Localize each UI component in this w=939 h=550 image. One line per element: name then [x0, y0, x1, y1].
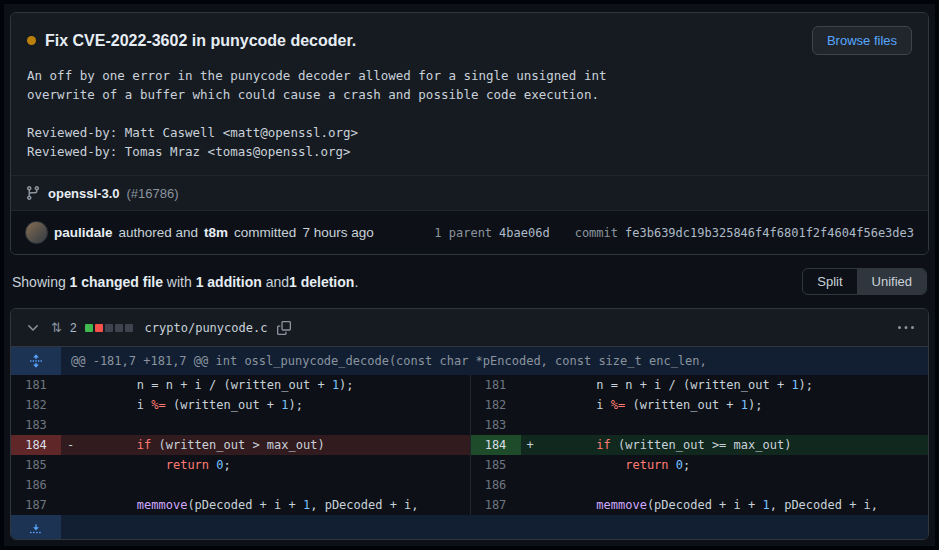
line-number[interactable]: 187 — [11, 495, 61, 515]
diff-toolbar: Showing 1 changed file with 1 addition a… — [12, 268, 927, 295]
line-number[interactable]: 182 — [11, 395, 61, 415]
code-line: memmove(pDecoded + i + 1, pDecoded + i, — [521, 495, 929, 515]
line-number[interactable]: 184 — [471, 435, 521, 455]
diff-row: 187 memmove(pDecoded + i + 1, pDecoded +… — [11, 495, 928, 515]
code-line: i %= (written_out + 1); — [61, 395, 470, 415]
unfold-icon — [29, 354, 43, 368]
hunk-header-text: @@ -181,7 +181,7 @@ int ossl_punycode_de… — [61, 347, 707, 375]
code-line: memmove(pDecoded + i + 1, pDecoded + i, — [61, 495, 470, 515]
commit-sha: fe3b639dc19b325846f4f6801f2f4604f56e3de3 — [625, 226, 914, 240]
code-line: return 0; — [521, 455, 929, 475]
with-text: with — [167, 274, 192, 290]
commit-message-line — [27, 104, 912, 123]
commit-head: Fix CVE-2022-3602 in punycode decoder. B… — [11, 13, 928, 175]
commit-status-dot — [27, 36, 36, 45]
parent-sha-link[interactable]: 4bae06d — [499, 226, 550, 240]
diff-marker: + — [521, 435, 539, 455]
line-number[interactable]: 187 — [471, 495, 521, 515]
line-number[interactable]: 186 — [11, 475, 61, 495]
code-line — [521, 415, 929, 435]
diffstat-square — [85, 324, 93, 332]
commit-message-line: Reviewed-by: Tomas Mraz <tomas@openssl.o… — [27, 142, 912, 161]
commit-box: Fix CVE-2022-3602 in punycode decoder. B… — [10, 12, 929, 255]
code-line: i %= (written_out + 1); — [521, 395, 929, 415]
code-line: - if (written_out > max_out) — [61, 435, 470, 455]
expand-hunk-button[interactable] — [11, 347, 61, 375]
hunk-header-row: @@ -181,7 +181,7 @@ int ossl_punycode_de… — [11, 347, 928, 375]
diffstat-square — [105, 324, 113, 332]
fold-down-icon — [29, 520, 43, 534]
line-number[interactable]: 186 — [471, 475, 521, 495]
commit-title: Fix CVE-2022-3602 in punycode decoder. — [45, 32, 356, 50]
commit-message-line: Reviewed-by: Matt Caswell <matt@openssl.… — [27, 123, 912, 142]
pr-reference: (#16786) — [127, 186, 179, 201]
code-line: return 0; — [61, 455, 470, 475]
code-line — [61, 475, 470, 495]
split-view-button[interactable]: Split — [803, 269, 856, 294]
code-line — [521, 475, 929, 495]
committer-link[interactable]: t8m — [204, 225, 228, 240]
line-number[interactable]: 182 — [471, 395, 521, 415]
code-line: + if (written_out >= max_out) — [521, 435, 929, 455]
diff-row: 181 n = n + i / (written_out + 1);181 n … — [11, 375, 928, 395]
expand-down-row — [11, 515, 928, 539]
parent-label: 1 parent — [434, 226, 492, 240]
diff-table: 181 n = n + i / (written_out + 1);181 n … — [11, 375, 928, 515]
code-line: n = n + i / (written_out + 1); — [521, 375, 929, 395]
line-number[interactable]: 185 — [11, 455, 61, 475]
line-number[interactable]: 183 — [471, 415, 521, 435]
and-text: and — [266, 274, 289, 290]
line-number[interactable]: 185 — [471, 455, 521, 475]
line-number[interactable]: 181 — [471, 375, 521, 395]
line-number[interactable]: 183 — [11, 415, 61, 435]
deletion-count: 1 deletion — [289, 274, 354, 290]
commit-message-line: overwrite of a buffer which could cause … — [27, 85, 912, 104]
diff-view-toggle: Split Unified — [802, 268, 927, 295]
diffstat-squares — [85, 324, 133, 332]
diffstat-square — [115, 324, 123, 332]
commit-message: An off by one error in the punycode deco… — [27, 66, 912, 161]
commit-message-line: An off by one error in the punycode deco… — [27, 66, 912, 85]
committed-text: committed — [234, 225, 296, 240]
diff-row: 184- if (written_out > max_out)184+ if (… — [11, 435, 928, 455]
diff-marker: - — [61, 435, 79, 455]
branch-row: openssl-3.0 (#16786) — [11, 175, 928, 210]
code-line: n = n + i / (written_out + 1); — [61, 375, 470, 395]
expand-arrows-icon[interactable]: ⇅ — [51, 320, 62, 335]
line-number[interactable]: 184 — [11, 435, 61, 455]
diff-row: 182 i %= (written_out + 1);182 i %= (wri… — [11, 395, 928, 415]
diff-file-box: ⇅ 2 crypto/punycode.c @@ -181,7 +181,7 @… — [10, 308, 929, 540]
collapse-file-chevron-icon[interactable] — [23, 318, 43, 338]
file-options-kebab-icon[interactable] — [896, 318, 916, 338]
showing-prefix: Showing — [12, 274, 66, 290]
file-header: ⇅ 2 crypto/punycode.c — [11, 309, 928, 347]
author-avatar[interactable] — [25, 221, 48, 244]
addition-count: 1 addition — [196, 274, 262, 290]
diff-row: 186186 — [11, 475, 928, 495]
changed-files-summary: Showing 1 changed file with 1 addition a… — [12, 274, 358, 290]
diff-row: 185 return 0;185 return 0; — [11, 455, 928, 475]
code-line — [61, 415, 470, 435]
line-number[interactable]: 181 — [11, 375, 61, 395]
period: . — [354, 274, 358, 290]
commit-timestamp: 7 hours ago — [302, 225, 373, 240]
diffstat-square — [125, 324, 133, 332]
commit-meta-row: paulidale authored and t8m committed 7 h… — [11, 210, 928, 254]
diffstat-square — [95, 324, 103, 332]
branch-link[interactable]: openssl-3.0 — [48, 186, 120, 201]
file-name: crypto/punycode.c — [145, 321, 268, 335]
copy-path-icon[interactable] — [275, 319, 293, 337]
changed-file-count: 1 changed file — [70, 274, 163, 290]
commit-sha-group: 1 parent 4bae06d commit fe3b639dc19b3258… — [434, 226, 914, 240]
diffstat-count: 2 — [70, 321, 77, 335]
commit-label: commit — [575, 226, 618, 240]
expand-down-button[interactable] — [11, 515, 61, 539]
diff-row: 183183 — [11, 415, 928, 435]
authored-text: authored and — [119, 225, 199, 240]
commit-page: Fix CVE-2022-3602 in punycode decoder. B… — [4, 4, 935, 546]
unified-view-button[interactable]: Unified — [857, 269, 926, 294]
author-link[interactable]: paulidale — [54, 225, 113, 240]
git-branch-icon — [25, 185, 41, 201]
browse-files-button[interactable]: Browse files — [812, 26, 912, 55]
